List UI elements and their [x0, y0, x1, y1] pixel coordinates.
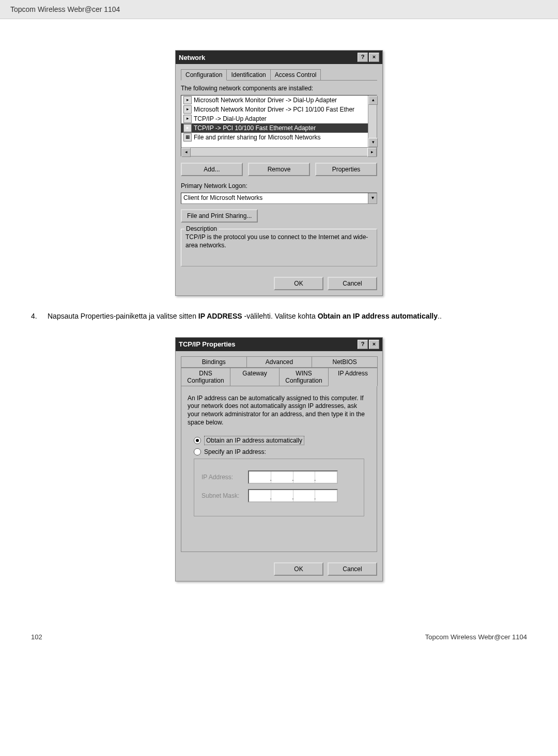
help-icon[interactable]: ?: [358, 340, 368, 349]
ip-info-text: An IP address can be automatically assig…: [188, 395, 370, 427]
tab-ip-address[interactable]: IP Address: [328, 368, 378, 386]
radio-icon: [194, 437, 201, 444]
adapter-icon: ▸: [183, 124, 192, 132]
list-item[interactable]: ▸Microsoft Network Monitor Driver -> PCI…: [181, 105, 368, 114]
ip-address-label: IP Address:: [202, 474, 243, 481]
file-print-sharing-button[interactable]: File and Print Sharing...: [181, 209, 258, 223]
header-title: Topcom Wireless Webr@cer 1104: [10, 5, 120, 13]
tab-wins[interactable]: WINS Configuration: [279, 368, 329, 386]
subnet-mask-input: . . .: [248, 489, 338, 502]
step-text: Napsauta Properties-painiketta ja valits…: [48, 311, 442, 322]
adapter-icon: ▸: [183, 105, 192, 114]
ok-button[interactable]: OK: [274, 562, 323, 576]
scroll-up-icon[interactable]: ▴: [368, 96, 378, 105]
tab-access-control[interactable]: Access Control: [270, 69, 321, 80]
primary-logon-label: Primary Network Logon:: [181, 182, 377, 190]
add-button[interactable]: Add...: [181, 163, 243, 176]
list-item[interactable]: ▦File and printer sharing for Microsoft …: [181, 133, 368, 142]
tab-advanced[interactable]: Advanced: [246, 356, 313, 368]
instruction-step: 4. Napsauta Properties-painiketta ja val…: [31, 311, 527, 322]
radio-specify-label: Specify an IP address:: [204, 448, 266, 455]
radio-obtain-label: Obtain an IP address automatically: [204, 436, 304, 445]
tab-bindings[interactable]: Bindings: [181, 356, 247, 368]
specify-group: IP Address: . . . Subnet Mask: . . .: [194, 459, 364, 516]
properties-button[interactable]: Properties: [315, 163, 377, 176]
scroll-down-icon[interactable]: ▾: [368, 138, 378, 147]
scroll-right-icon[interactable]: ▸: [367, 148, 377, 157]
adapter-icon: ▸: [183, 96, 192, 104]
service-icon: ▦: [183, 133, 192, 141]
tcpip-tabs: Bindings Advanced NetBIOS DNS Configurat…: [181, 356, 377, 386]
close-icon[interactable]: ×: [369, 53, 379, 62]
primary-logon-combo[interactable]: Client for Microsoft Networks ▾: [181, 193, 377, 204]
page-number: 102: [31, 633, 42, 641]
network-tabs: Configuration Identification Access Cont…: [181, 69, 377, 81]
radio-specify[interactable]: Specify an IP address:: [194, 448, 375, 455]
footer-product: Topcom Wireless Webr@cer 1104: [425, 633, 527, 641]
close-icon[interactable]: ×: [369, 340, 379, 349]
tab-identification[interactable]: Identification: [226, 69, 270, 80]
cancel-button[interactable]: Cancel: [328, 562, 377, 576]
horizontal-scrollbar[interactable]: ◂ ▸: [181, 148, 377, 156]
components-label: The following network components are ins…: [181, 85, 377, 92]
tcpip-titlebar: TCP/IP Properties ? ×: [176, 338, 382, 351]
chevron-down-icon[interactable]: ▾: [368, 193, 377, 203]
adapter-icon: ▸: [183, 115, 192, 123]
description-label: Description: [184, 225, 219, 232]
page-header: Topcom Wireless Webr@cer 1104: [0, 0, 558, 19]
network-titlebar: Network ? ×: [176, 51, 382, 64]
tcpip-dialog: TCP/IP Properties ? × Bindings Advanced …: [175, 337, 383, 581]
tab-dns[interactable]: DNS Configuration: [181, 368, 230, 386]
page-footer: 102 Topcom Wireless Webr@cer 1104: [0, 623, 558, 651]
ok-button[interactable]: OK: [274, 277, 323, 290]
ip-address-input: . . .: [248, 470, 338, 484]
tab-configuration[interactable]: Configuration: [181, 69, 227, 81]
list-item[interactable]: ▸Microsoft Network Monitor Driver -> Dia…: [181, 96, 368, 105]
cancel-button[interactable]: Cancel: [328, 277, 377, 290]
components-listbox[interactable]: ▸Microsoft Network Monitor Driver -> Dia…: [181, 95, 377, 148]
description-text: TCP/IP is the protocol you use to connec…: [185, 233, 373, 249]
vertical-scrollbar[interactable]: ▴ ▾: [368, 96, 377, 147]
help-icon[interactable]: ?: [358, 53, 368, 62]
remove-button[interactable]: Remove: [248, 163, 310, 176]
list-item[interactable]: ▸TCP/IP -> PCI 10/100 Fast Ethernet Adap…: [181, 123, 368, 133]
scroll-left-icon[interactable]: ◂: [181, 148, 191, 157]
primary-logon-value: Client for Microsoft Networks: [181, 193, 368, 203]
radio-icon: [194, 448, 201, 455]
step-number: 4.: [31, 311, 41, 322]
network-title: Network: [179, 54, 205, 61]
list-item[interactable]: ▸TCP/IP -> Dial-Up Adapter: [181, 114, 368, 123]
subnet-mask-label: Subnet Mask:: [202, 492, 243, 499]
tcpip-title: TCP/IP Properties: [179, 340, 236, 348]
tab-netbios[interactable]: NetBIOS: [312, 356, 378, 368]
radio-obtain[interactable]: Obtain an IP address automatically: [194, 436, 375, 445]
description-group: Description TCP/IP is the protocol you u…: [181, 229, 377, 266]
tab-gateway[interactable]: Gateway: [230, 368, 280, 386]
network-dialog: Network ? × Configuration Identification…: [175, 50, 383, 296]
